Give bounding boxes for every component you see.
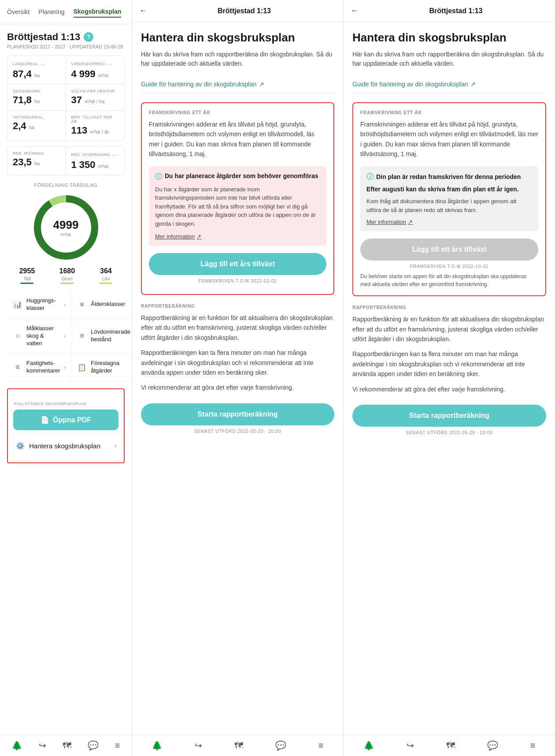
donut-chart: 4999 m³sk bbox=[31, 192, 101, 263]
nav-chat-icon[interactable]: 💬 bbox=[275, 740, 286, 751]
donut-unit: m³sk bbox=[53, 232, 79, 237]
middle-panel: ← Bröttjestad 1:13 Hantera din skogsbruk… bbox=[132, 0, 344, 756]
chevron-right-icon: › bbox=[115, 442, 117, 450]
nav-map-icon[interactable]: 🗺 bbox=[446, 741, 455, 751]
nav-chat-icon[interactable]: 💬 bbox=[88, 740, 99, 751]
malklasser-icon: ○ bbox=[12, 331, 23, 341]
restart-note: Du behöver starta om appen för att din s… bbox=[360, 272, 538, 288]
info-icon: ⓘ bbox=[366, 172, 374, 182]
fastighetskommentarer-label: Fastighets-kommentarer bbox=[26, 360, 60, 375]
rapportberakning-title: RAPPORTBERÄKNING bbox=[141, 304, 334, 309]
info-icon: ⓘ bbox=[155, 172, 162, 182]
stat-tillvaxt: BER. TILLVÄXT PER ÅR 113 m³sk / år bbox=[66, 111, 125, 141]
nav-menu-icon[interactable]: ≡ bbox=[530, 741, 536, 751]
fullstandig-box: FULLSTÄNDIG SKOGSBRUKSPLAN 📄 Öppna PDF ⚙… bbox=[7, 388, 125, 463]
info-card-title: ⓘ Din plan är redan framskriven för denn… bbox=[366, 172, 532, 182]
guide-link[interactable]: Guide för hantering av din skogsbrukspla… bbox=[141, 75, 334, 93]
avverkning-dots[interactable]: ··· bbox=[112, 151, 118, 158]
external-link-icon: ↗ bbox=[196, 233, 201, 240]
aldersklasser-label: Åldersklasser bbox=[91, 301, 130, 308]
stat-virkesforrad: VIRKESFÖRRÅD ··· 4 999 m³sk bbox=[66, 56, 125, 85]
pdf-icon: 📄 bbox=[41, 416, 49, 424]
stat-rek-avverkning: REK. AVVERKNING ··· 1 350 m³sk bbox=[66, 147, 125, 175]
hantera-skogsbruksplan-row[interactable]: ⚙️ Hantera skogsbruksplan › bbox=[13, 434, 118, 457]
menu-malklasser[interactable]: ○ Målklasserskog & vatten › bbox=[7, 319, 71, 354]
nav-menu-icon[interactable]: ≡ bbox=[115, 741, 120, 751]
right-bottom-nav: 🌲 ↪ 🗺 💬 ≡ bbox=[344, 734, 555, 756]
rapportberakning-section-right: RAPPORTBERÄKNING Rapportberäkning är en … bbox=[352, 305, 546, 435]
back-button[interactable]: ← bbox=[139, 6, 147, 15]
nav-planering[interactable]: Planering bbox=[38, 7, 64, 17]
stat-vattenareal: VATTENAREAL 2,4 ha bbox=[7, 111, 66, 141]
external-link-icon: ↗ bbox=[408, 219, 413, 225]
nav-menu-icon[interactable]: ≡ bbox=[318, 741, 324, 751]
menu-grid: 📊 Huggnings-klasser › ≡ Åldersklasser › … bbox=[7, 291, 125, 381]
nav-arrow-icon[interactable]: ↪ bbox=[195, 740, 202, 751]
mer-information-link-right[interactable]: Mer information ↗ bbox=[366, 219, 532, 225]
starta-rapportberakning-button-middle[interactable]: Starta rapportberäkning bbox=[141, 403, 334, 425]
stat-landareal: LANDAREAL ··· 87,4 ha bbox=[7, 56, 66, 85]
info-card-sub: Efter augusti kan du skriva fram din pla… bbox=[366, 185, 532, 194]
rapportberakning-section-middle: RAPPORTBERÄKNING Rapportberäkning är en … bbox=[141, 304, 334, 434]
tall-bar bbox=[20, 283, 33, 284]
virkesforrad-dots[interactable]: ··· bbox=[107, 60, 113, 67]
nav-skogsbruksplan[interactable]: Skogsbruksplan bbox=[74, 6, 122, 18]
lovdominerade-icon: ≡ bbox=[77, 331, 87, 341]
menu-foreslagna[interactable]: 📋 Föreslagnaåtgärder › bbox=[71, 354, 132, 381]
nav-map-icon[interactable]: 🗺 bbox=[234, 741, 243, 751]
middle-header-title: Bröttjestad 1:13 bbox=[152, 7, 336, 15]
fordelning-label: FÖRDELNING TRÄDSLAG bbox=[7, 182, 125, 188]
menu-huggningsklasser[interactable]: 📊 Huggnings-klasser › bbox=[7, 291, 71, 319]
external-link-icon: ↗ bbox=[470, 81, 476, 88]
middle-bottom-nav: 🌲 ↪ 🗺 💬 ≡ bbox=[132, 734, 343, 756]
tillvaxt-button-right[interactable]: Lägg till ett års tillväxt bbox=[360, 238, 538, 261]
lov-bar bbox=[99, 283, 112, 284]
huggningsklasser-icon: 📊 bbox=[12, 299, 23, 310]
stat-volym-per-hektar: VOLYM PER HEKTAR 37 m³sk / ha bbox=[66, 85, 125, 111]
tree-tall: 2955 Tall bbox=[19, 267, 35, 284]
nav-arrow-icon[interactable]: ↪ bbox=[39, 740, 46, 751]
guide-link-right[interactable]: Guide för hantering av din skogsbrukspla… bbox=[352, 75, 546, 93]
nav-map-icon[interactable]: 🗺 bbox=[63, 741, 71, 751]
stat-rek-rojning: REK. RÖJNING 23,5 ha bbox=[7, 147, 66, 175]
lovdominerade-label: Lövdomineradebestånd bbox=[91, 328, 130, 343]
menu-aldersklasser[interactable]: ≡ Åldersklasser › bbox=[71, 291, 132, 319]
left-panel: Översikt Planering Skogsbruksplan Bröttj… bbox=[0, 0, 132, 756]
left-bottom-nav: 🌲 ↪ 🗺 💬 ≡ bbox=[0, 734, 132, 756]
menu-fastighetskommentarer[interactable]: ≡ Fastighets-kommentarer › bbox=[7, 354, 71, 381]
stats-grid: LANDAREAL ··· 87,4 ha VIRKESFÖRRÅD ··· 4… bbox=[7, 56, 125, 141]
stat-skogsmark: SKOGSMARK 71,8 ha bbox=[7, 85, 66, 111]
framskrivning-body: Framskrivningen adderar ett års tillväxt… bbox=[149, 119, 326, 159]
gran-bar bbox=[60, 283, 74, 284]
info-card-grey: ⓘ Din plan är redan framskriven för denn… bbox=[360, 166, 538, 232]
warning-card: ⓘ Du har planerace åtgärder som behöver … bbox=[149, 166, 326, 246]
nav-tree-icon[interactable]: 🌲 bbox=[11, 740, 22, 751]
open-pdf-button[interactable]: 📄 Öppna PDF bbox=[13, 410, 118, 430]
fastighetskommentarer-icon: ≡ bbox=[12, 362, 23, 372]
middle-intro: Här kan du skriva fram och rapportberäkn… bbox=[141, 50, 334, 68]
back-button[interactable]: ← bbox=[351, 6, 359, 15]
nav-chat-icon[interactable]: 💬 bbox=[487, 740, 498, 751]
left-content: Bröttjestad 1:13 ? PLANPERIOD 2017 - 202… bbox=[0, 24, 132, 734]
right-framskrivning-body: Framskrivningen adderar ett års tillväxt… bbox=[360, 119, 538, 159]
right-rapport-body3: Vi rekommenderar att göra det efter varj… bbox=[352, 384, 546, 394]
nav-oversikt[interactable]: Översikt bbox=[7, 7, 30, 17]
fullstandig-label: FULLSTÄNDIG SKOGSBRUKSPLAN bbox=[13, 402, 118, 406]
aldersklasser-icon: ≡ bbox=[77, 299, 87, 310]
tillvaxt-button-middle[interactable]: Lägg till ett års tillväxt bbox=[149, 253, 326, 275]
rek-stats-grid: REK. RÖJNING 23,5 ha REK. AVVERKNING ···… bbox=[7, 146, 125, 175]
nav-arrow-icon[interactable]: ↪ bbox=[407, 740, 414, 751]
nav-tree-icon[interactable]: 🌲 bbox=[363, 740, 374, 751]
right-content: Hantera din skogsbruksplan Här kan du sk… bbox=[344, 22, 555, 734]
foreslagna-icon: 📋 bbox=[77, 362, 87, 372]
help-button[interactable]: ? bbox=[84, 32, 93, 42]
right-header: ← Bröttjestad 1:13 bbox=[344, 0, 555, 22]
right-heading: Hantera din skogsbruksplan bbox=[352, 31, 546, 45]
info-card-body: Kom ihåg att dokumentera dina åtgärder i… bbox=[366, 197, 532, 214]
right-rapportberakning-title: RAPPORTBERÄKNING bbox=[352, 305, 546, 310]
starta-rapportberakning-button-right[interactable]: Starta rapportberäkning bbox=[352, 405, 546, 427]
menu-lovdominerade[interactable]: ≡ Lövdomineradebestånd › bbox=[71, 319, 132, 354]
mer-information-link-middle[interactable]: Mer information ↗ bbox=[155, 233, 320, 240]
landareal-dots[interactable]: ··· bbox=[40, 60, 46, 67]
nav-tree-icon[interactable]: 🌲 bbox=[152, 740, 163, 751]
